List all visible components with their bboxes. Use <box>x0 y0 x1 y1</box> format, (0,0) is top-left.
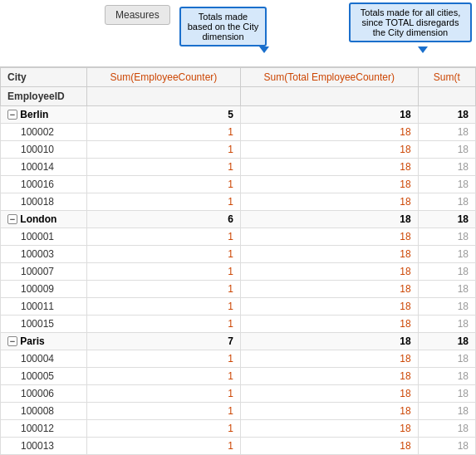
table-row: 100004 1 18 18 <box>1 350 476 368</box>
emp-id-cell: 100003 <box>1 246 87 263</box>
emp-partial-cell: 18 <box>418 159 475 176</box>
city-name-cell: − Paris <box>1 333 87 350</box>
table-row: 100003 1 18 18 <box>1 246 476 263</box>
emp-partial-cell: 18 <box>418 403 475 420</box>
emp-total-cell: 18 <box>240 193 418 211</box>
emp-id-cell: 100006 <box>1 385 87 403</box>
emp-id-cell: 100009 <box>1 281 87 298</box>
emp-id-cell: 100018 <box>1 193 87 211</box>
col3-header: Sum(t <box>418 68 475 87</box>
city-count-cell: 5 <box>87 106 241 124</box>
city-total-cell: 18 <box>240 106 418 124</box>
measures-button[interactable]: Measures <box>105 5 170 25</box>
table-row: 100011 1 18 18 <box>1 298 476 316</box>
emp-partial-cell: 18 <box>418 246 475 263</box>
callout-left: Totals made based on the City dimension <box>179 7 267 46</box>
emp-id-cell: 100004 <box>1 350 87 368</box>
emp-id-cell: 100012 <box>1 420 87 438</box>
emp-total-cell: 18 <box>240 403 418 420</box>
emp-count-cell: 1 <box>87 246 241 263</box>
city-header: City <box>1 68 87 87</box>
table-row: 100013 1 18 18 <box>1 438 476 455</box>
emp-total-cell: 18 <box>240 350 418 368</box>
emp-partial-cell: 18 <box>418 385 475 403</box>
emp-partial-cell: 18 <box>418 316 475 333</box>
emp-count-cell: 1 <box>87 141 241 159</box>
emp-total-cell: 18 <box>240 246 418 263</box>
city-name-cell: − Berlin <box>1 106 87 124</box>
emp-partial-cell: 18 <box>418 350 475 368</box>
emp-count-cell: 1 <box>87 228 241 246</box>
city-count-cell: 7 <box>87 333 241 350</box>
table-row: 100012 1 18 18 <box>1 420 476 438</box>
city-row: − London 6 18 18 <box>1 211 476 228</box>
emp-total-cell: 18 <box>240 124 418 141</box>
table-row: 100016 1 18 18 <box>1 176 476 193</box>
emp-id-cell: 100016 <box>1 176 87 193</box>
emp-id-cell: 100007 <box>1 263 87 281</box>
col1-sub-header <box>87 87 241 106</box>
emp-id-header: EmployeeID <box>1 87 87 106</box>
emp-id-cell: 100001 <box>1 228 87 246</box>
table-row: 100014 1 18 18 <box>1 159 476 176</box>
emp-partial-cell: 18 <box>418 193 475 211</box>
data-table-wrapper: City Sum(EmployeeCounter) Sum(Total Empl… <box>0 66 476 455</box>
emp-partial-cell: 18 <box>418 420 475 438</box>
emp-id-cell: 100005 <box>1 368 87 385</box>
emp-partial-cell: 18 <box>418 281 475 298</box>
table-row: 100005 1 18 18 <box>1 368 476 385</box>
city-row: − Paris 7 18 18 <box>1 333 476 350</box>
emp-id-cell: 100011 <box>1 298 87 316</box>
main-container: Measures Totals made based on the City d… <box>0 0 476 455</box>
emp-count-cell: 1 <box>87 298 241 316</box>
col2-sub-header <box>240 87 418 106</box>
emp-total-cell: 18 <box>240 368 418 385</box>
table-row: 100015 1 18 18 <box>1 316 476 333</box>
table-row: 100010 1 18 18 <box>1 141 476 159</box>
city-total-cell: 18 <box>240 211 418 228</box>
col1-header: Sum(EmployeeCounter) <box>87 68 241 87</box>
emp-partial-cell: 18 <box>418 438 475 455</box>
city-partial-cell: 18 <box>418 333 475 350</box>
emp-id-cell: 100015 <box>1 316 87 333</box>
emp-count-cell: 1 <box>87 263 241 281</box>
arrow-right-icon <box>418 46 428 53</box>
city-row: − Berlin 5 18 18 <box>1 106 476 124</box>
emp-partial-cell: 18 <box>418 368 475 385</box>
collapse-icon[interactable]: − <box>7 110 17 120</box>
emp-count-cell: 1 <box>87 438 241 455</box>
collapse-icon[interactable]: − <box>7 214 17 224</box>
emp-partial-cell: 18 <box>418 176 475 193</box>
table-row: 100006 1 18 18 <box>1 385 476 403</box>
emp-count-cell: 1 <box>87 281 241 298</box>
emp-total-cell: 18 <box>240 316 418 333</box>
collapse-icon[interactable]: − <box>7 336 17 346</box>
emp-total-cell: 18 <box>240 141 418 159</box>
emp-id-cell: 100010 <box>1 141 87 159</box>
emp-total-cell: 18 <box>240 281 418 298</box>
emp-count-cell: 1 <box>87 368 241 385</box>
emp-count-cell: 1 <box>87 124 241 141</box>
callout-right: Totals made for all cities, since TOTAL … <box>349 2 472 42</box>
emp-partial-cell: 18 <box>418 298 475 316</box>
annotation-area: Measures Totals made based on the City d… <box>0 0 476 66</box>
emp-total-cell: 18 <box>240 176 418 193</box>
city-count-cell: 6 <box>87 211 241 228</box>
emp-total-cell: 18 <box>240 420 418 438</box>
emp-partial-cell: 18 <box>418 263 475 281</box>
city-total-cell: 18 <box>240 333 418 350</box>
emp-total-cell: 18 <box>240 298 418 316</box>
col2-header: Sum(Total EmployeeCounter) <box>240 68 418 87</box>
emp-count-cell: 1 <box>87 176 241 193</box>
data-table: City Sum(EmployeeCounter) Sum(Total Empl… <box>0 67 476 455</box>
emp-partial-cell: 18 <box>418 124 475 141</box>
emp-total-cell: 18 <box>240 263 418 281</box>
table-row: 100001 1 18 18 <box>1 228 476 246</box>
table-row: 100007 1 18 18 <box>1 263 476 281</box>
arrow-left-icon <box>259 46 269 53</box>
table-row: 100008 1 18 18 <box>1 403 476 420</box>
emp-partial-cell: 18 <box>418 141 475 159</box>
emp-count-cell: 1 <box>87 159 241 176</box>
emp-id-cell: 100008 <box>1 403 87 420</box>
emp-total-cell: 18 <box>240 385 418 403</box>
